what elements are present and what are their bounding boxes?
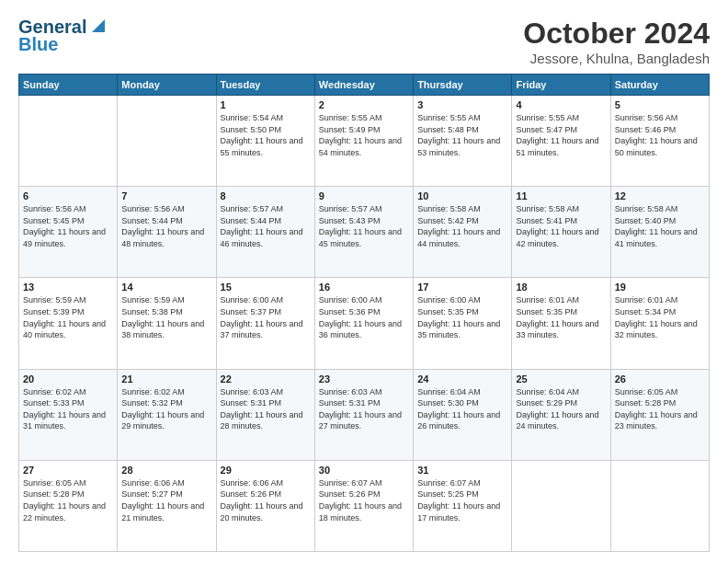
table-row: 12Sunrise: 5:58 AM Sunset: 5:40 PM Dayli…: [610, 187, 709, 278]
day-info: Sunrise: 5:57 AM Sunset: 5:44 PM Dayligh…: [221, 203, 311, 249]
table-row: 5Sunrise: 5:56 AM Sunset: 5:46 PM Daylig…: [610, 96, 709, 187]
day-info: Sunrise: 6:00 AM Sunset: 5:37 PM Dayligh…: [221, 294, 311, 340]
day-info: Sunrise: 5:55 AM Sunset: 5:48 PM Dayligh…: [417, 112, 507, 158]
day-number: 5: [615, 99, 705, 110]
week-row-3: 13Sunrise: 5:59 AM Sunset: 5:39 PM Dayli…: [19, 278, 710, 369]
day-info: Sunrise: 6:06 AM Sunset: 5:27 PM Dayligh…: [121, 477, 211, 523]
table-row: 9Sunrise: 5:57 AM Sunset: 5:43 PM Daylig…: [314, 187, 413, 278]
day-number: 15: [221, 282, 311, 293]
day-info: Sunrise: 6:03 AM Sunset: 5:31 PM Dayligh…: [319, 386, 409, 432]
day-number: 23: [319, 373, 409, 385]
svg-marker-0: [92, 19, 105, 32]
day-info: Sunrise: 6:02 AM Sunset: 5:33 PM Dayligh…: [23, 386, 113, 432]
day-number: 11: [516, 190, 606, 201]
day-number: 10: [417, 190, 507, 201]
day-info: Sunrise: 5:56 AM Sunset: 5:46 PM Dayligh…: [615, 112, 705, 158]
day-info: Sunrise: 6:06 AM Sunset: 5:26 PM Dayligh…: [221, 477, 311, 523]
week-row-5: 27Sunrise: 6:05 AM Sunset: 5:28 PM Dayli…: [19, 460, 710, 551]
calendar: Sunday Monday Tuesday Wednesday Thursday…: [18, 74, 710, 552]
day-number: 17: [417, 282, 507, 293]
col-friday: Friday: [512, 75, 610, 96]
day-info: Sunrise: 5:55 AM Sunset: 5:49 PM Dayligh…: [319, 112, 409, 158]
table-row: 28Sunrise: 6:06 AM Sunset: 5:27 PM Dayli…: [118, 460, 216, 551]
day-number: 2: [319, 99, 409, 110]
table-row: 2Sunrise: 5:55 AM Sunset: 5:49 PM Daylig…: [314, 96, 413, 187]
day-info: Sunrise: 6:03 AM Sunset: 5:31 PM Dayligh…: [221, 386, 311, 432]
day-info: Sunrise: 6:04 AM Sunset: 5:29 PM Dayligh…: [516, 386, 606, 432]
table-row: 19Sunrise: 6:01 AM Sunset: 5:34 PM Dayli…: [610, 278, 709, 369]
table-row: 3Sunrise: 5:55 AM Sunset: 5:48 PM Daylig…: [414, 96, 512, 187]
day-info: Sunrise: 6:04 AM Sunset: 5:30 PM Dayligh…: [417, 386, 507, 432]
day-number: 19: [615, 282, 705, 293]
table-row: [118, 96, 216, 187]
header: General Blue October 2024 Jessore, Khuln…: [18, 17, 710, 66]
day-info: Sunrise: 5:58 AM Sunset: 5:42 PM Dayligh…: [417, 203, 507, 249]
day-number: 14: [121, 282, 211, 293]
day-info: Sunrise: 5:55 AM Sunset: 5:47 PM Dayligh…: [516, 112, 606, 158]
day-info: Sunrise: 5:58 AM Sunset: 5:41 PM Dayligh…: [516, 203, 606, 249]
page-title: October 2024: [523, 17, 710, 51]
day-number: 9: [319, 190, 409, 201]
week-row-4: 20Sunrise: 6:02 AM Sunset: 5:33 PM Dayli…: [19, 369, 710, 460]
day-number: 24: [417, 373, 507, 385]
day-number: 18: [516, 282, 606, 293]
table-row: 24Sunrise: 6:04 AM Sunset: 5:30 PM Dayli…: [414, 369, 512, 460]
table-row: 10Sunrise: 5:58 AM Sunset: 5:42 PM Dayli…: [414, 187, 512, 278]
col-thursday: Thursday: [414, 75, 512, 96]
logo: General Blue: [18, 17, 108, 55]
page-subtitle: Jessore, Khulna, Bangladesh: [523, 51, 710, 66]
day-info: Sunrise: 5:59 AM Sunset: 5:39 PM Dayligh…: [23, 294, 113, 340]
day-number: 6: [23, 190, 113, 201]
day-info: Sunrise: 6:01 AM Sunset: 5:35 PM Dayligh…: [516, 294, 606, 340]
table-row: 15Sunrise: 6:00 AM Sunset: 5:37 PM Dayli…: [216, 278, 314, 369]
col-monday: Monday: [118, 75, 216, 96]
day-number: 1: [221, 99, 311, 110]
col-tuesday: Tuesday: [216, 75, 314, 96]
table-row: 30Sunrise: 6:07 AM Sunset: 5:26 PM Dayli…: [314, 460, 413, 551]
day-number: 26: [615, 373, 705, 385]
table-row: 31Sunrise: 6:07 AM Sunset: 5:25 PM Dayli…: [414, 460, 512, 551]
day-info: Sunrise: 6:05 AM Sunset: 5:28 PM Dayligh…: [615, 386, 705, 432]
day-number: 30: [319, 465, 409, 476]
table-row: 6Sunrise: 5:56 AM Sunset: 5:45 PM Daylig…: [19, 187, 118, 278]
table-row: 26Sunrise: 6:05 AM Sunset: 5:28 PM Dayli…: [610, 369, 709, 460]
day-info: Sunrise: 5:56 AM Sunset: 5:44 PM Dayligh…: [121, 203, 211, 249]
col-saturday: Saturday: [610, 75, 709, 96]
logo-icon: [88, 16, 108, 36]
logo-blue: Blue: [18, 34, 58, 55]
col-wednesday: Wednesday: [314, 75, 413, 96]
table-row: 22Sunrise: 6:03 AM Sunset: 5:31 PM Dayli…: [216, 369, 314, 460]
day-number: 16: [319, 282, 409, 293]
day-number: 28: [121, 465, 211, 476]
title-block: October 2024 Jessore, Khulna, Bangladesh: [523, 17, 710, 66]
day-number: 12: [615, 190, 705, 201]
day-number: 21: [121, 373, 211, 385]
page: General Blue October 2024 Jessore, Khuln…: [0, 0, 728, 563]
day-number: 4: [516, 99, 606, 110]
calendar-header-row: Sunday Monday Tuesday Wednesday Thursday…: [19, 75, 710, 96]
day-number: 27: [23, 465, 113, 476]
table-row: 17Sunrise: 6:00 AM Sunset: 5:35 PM Dayli…: [414, 278, 512, 369]
day-number: 25: [516, 373, 606, 385]
day-number: 22: [221, 373, 311, 385]
table-row: 11Sunrise: 5:58 AM Sunset: 5:41 PM Dayli…: [512, 187, 610, 278]
day-info: Sunrise: 6:07 AM Sunset: 5:26 PM Dayligh…: [319, 477, 409, 523]
table-row: 13Sunrise: 5:59 AM Sunset: 5:39 PM Dayli…: [19, 278, 118, 369]
day-info: Sunrise: 5:56 AM Sunset: 5:45 PM Dayligh…: [23, 203, 113, 249]
day-number: 31: [417, 465, 507, 476]
day-number: 8: [221, 190, 311, 201]
table-row: 27Sunrise: 6:05 AM Sunset: 5:28 PM Dayli…: [19, 460, 118, 551]
day-info: Sunrise: 6:00 AM Sunset: 5:35 PM Dayligh…: [417, 294, 507, 340]
day-number: 20: [23, 373, 113, 385]
day-info: Sunrise: 6:05 AM Sunset: 5:28 PM Dayligh…: [23, 477, 113, 523]
day-number: 29: [221, 465, 311, 476]
week-row-1: 1Sunrise: 5:54 AM Sunset: 5:50 PM Daylig…: [19, 96, 710, 187]
day-info: Sunrise: 6:07 AM Sunset: 5:25 PM Dayligh…: [417, 477, 507, 523]
day-info: Sunrise: 6:00 AM Sunset: 5:36 PM Dayligh…: [319, 294, 409, 340]
day-info: Sunrise: 6:01 AM Sunset: 5:34 PM Dayligh…: [615, 294, 705, 340]
table-row: 1Sunrise: 5:54 AM Sunset: 5:50 PM Daylig…: [216, 96, 314, 187]
day-info: Sunrise: 6:02 AM Sunset: 5:32 PM Dayligh…: [121, 386, 211, 432]
day-info: Sunrise: 5:59 AM Sunset: 5:38 PM Dayligh…: [121, 294, 211, 340]
table-row: 25Sunrise: 6:04 AM Sunset: 5:29 PM Dayli…: [512, 369, 610, 460]
table-row: 8Sunrise: 5:57 AM Sunset: 5:44 PM Daylig…: [216, 187, 314, 278]
